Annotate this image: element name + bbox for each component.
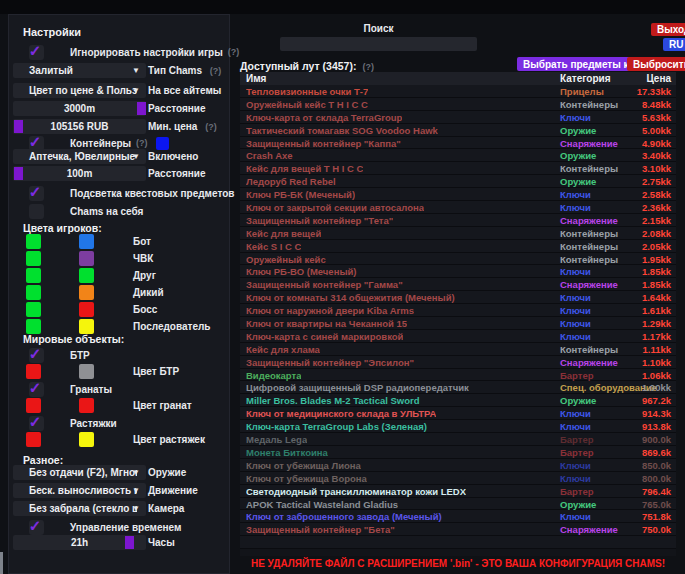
color-swatch[interactable] <box>79 285 94 300</box>
chams-type-dropdown[interactable]: Залитый ▼ <box>13 63 146 78</box>
color-swatch[interactable] <box>79 364 94 379</box>
enabled-filter-dropdown[interactable]: Аптечка, Ювелирные и... ▼ <box>13 149 146 164</box>
slider-handle[interactable] <box>125 536 134 549</box>
table-row[interactable]: Защищенный контейнер "Каппа" Снаряжение … <box>240 137 676 150</box>
table-row[interactable]: Цифровой защищенный DSP радиопередатчик … <box>240 381 676 394</box>
table-row[interactable]: Видеокарта Бартер 1.06kk <box>240 369 676 382</box>
column-header-price[interactable]: Цена <box>646 73 671 84</box>
grenades-checkbox[interactable]: ✓ Гранаты <box>9 381 231 397</box>
exit-button[interactable]: Выход <box>651 23 685 36</box>
distance2-slider[interactable]: 100m <box>13 166 146 181</box>
table-row[interactable]: Защищенный контейнер "Тета" Снаряжение 2… <box>240 214 676 227</box>
color-swatch[interactable] <box>79 251 94 266</box>
table-row[interactable]: Ключ от наружной двери Kiba Arms Ключи 1… <box>240 304 676 317</box>
item-price: 1.64kk <box>642 292 671 303</box>
table-row[interactable]: Ключ РБ-ВО (Меченый) Ключи 1.85kk <box>240 265 676 278</box>
slider-handle[interactable] <box>14 167 23 180</box>
tripwires-checkbox[interactable]: ✓ Растяжки <box>9 415 231 431</box>
color-swatch[interactable] <box>79 234 94 249</box>
table-row[interactable]: Кейс S I C C Контейнеры 2.05kk <box>240 240 676 253</box>
language-button[interactable]: RU <box>663 38 685 51</box>
player-color-row: Друг <box>9 268 231 283</box>
item-price: 2.58kk <box>642 189 671 200</box>
checkbox[interactable]: ✓ <box>29 186 44 201</box>
hours-slider[interactable]: 21h <box>13 535 146 550</box>
quest-items-checkbox[interactable]: ✓ Подсветка квестовых предметов <box>9 185 231 201</box>
table-row[interactable]: Кейс для вещей Контейнеры 2.08kk <box>240 227 676 240</box>
table-row[interactable]: Ключ от убежища Лиона Ключи 850.0k <box>240 459 676 472</box>
distance-slider[interactable]: 3000m <box>13 101 146 116</box>
btr-checkbox[interactable]: ✓ БТР <box>9 347 231 363</box>
checkbox[interactable] <box>29 204 44 219</box>
table-row[interactable] <box>240 536 676 549</box>
table-row[interactable]: Монета Биткоина Бартер 869.6k <box>240 446 676 459</box>
table-row[interactable]: Оружейный кейс Контейнеры 1.95kk <box>240 253 676 266</box>
table-row[interactable]: Ключ от заброшенного завода (Меченый) Кл… <box>240 510 676 523</box>
slider-handle[interactable] <box>137 102 146 115</box>
camera-dropdown[interactable]: Без забрала (стекло шлема) ▼ <box>13 501 146 516</box>
item-name: Оружейный кейс T H I C C <box>246 99 368 110</box>
table-row[interactable]: Тактический томагавк SOG Voodoo Hawk Ору… <box>240 124 676 137</box>
table-row[interactable]: Ледоруб Red Rebel Оружие 2.75kk <box>240 175 676 188</box>
table-row[interactable]: Ключ от закрытой секции автосалона Ключи… <box>240 201 676 214</box>
min-price-slider[interactable]: 105156 RUB <box>13 119 146 134</box>
color-swatch[interactable] <box>26 319 41 334</box>
item-category: Ключи <box>560 189 591 200</box>
table-row[interactable]: Кейс для вещей T H I C C Контейнеры 3.10… <box>240 162 676 175</box>
table-row[interactable]: Ключ РБ-БК (Меченый) Ключи 2.58kk <box>240 188 676 201</box>
color-swatch[interactable] <box>26 285 41 300</box>
table-row[interactable]: Ключ-карта с синей маркировкой Ключи 1.1… <box>240 330 676 343</box>
table-row[interactable]: Ключ-карта TerraGroup Labs (Зеленая) Клю… <box>240 420 676 433</box>
color-swatch[interactable] <box>79 319 94 334</box>
all-items-dropdown[interactable]: Цвет по цене & Пользователь ▼ <box>13 83 146 98</box>
help-hint: (?) <box>362 62 374 72</box>
checkbox[interactable]: ✓ <box>29 520 44 535</box>
slider-handle[interactable] <box>14 120 23 133</box>
table-row[interactable]: Ключ от медицинского склада в УЛЬТРА Клю… <box>240 407 676 420</box>
column-header-category[interactable]: Категория <box>560 73 610 84</box>
color-swatch[interactable] <box>26 432 41 447</box>
checkbox[interactable]: ✓ <box>29 45 44 60</box>
color-swatch[interactable] <box>26 268 41 283</box>
search-input[interactable] <box>280 37 477 51</box>
table-row[interactable]: Защищенный контейнер "Эпсилон" Снаряжени… <box>240 356 676 369</box>
table-row[interactable]: APOK Tactical Wasteland Gladius Оружие 7… <box>240 498 676 511</box>
color-swatch[interactable] <box>26 234 41 249</box>
item-name: Тепловизионные очки Т-7 <box>246 86 368 97</box>
color-swatch[interactable] <box>26 364 41 379</box>
table-row[interactable]: Ключ от квартиры на Чеканной 15 Ключи 1.… <box>240 317 676 330</box>
color-swatch[interactable] <box>26 302 41 317</box>
sidebar-scrollbar[interactable] <box>0 552 3 574</box>
drop-all-button[interactable]: Выбросить все <box>627 57 685 71</box>
table-row[interactable]: Ключ-карта от склада TerraGroup Ключи 5.… <box>240 111 676 124</box>
color-swatch[interactable] <box>26 251 41 266</box>
color-swatch[interactable] <box>26 398 41 413</box>
color-swatch[interactable] <box>79 302 94 317</box>
table-row[interactable]: Тепловизионные очки Т-7 Прицелы 17.33kk <box>240 85 676 98</box>
table-row[interactable]: Ключ от убежища Ворона Ключи 800.0k <box>240 472 676 485</box>
checkbox[interactable]: ✓ <box>29 416 44 431</box>
color-swatch[interactable] <box>79 432 94 447</box>
ignore-game-settings-checkbox[interactable]: ✓ Игнорировать настройки игры (?) <box>9 44 231 60</box>
checkbox[interactable]: ✓ <box>29 348 44 363</box>
color-swatch[interactable] <box>79 398 94 413</box>
color-swatch[interactable] <box>79 268 94 283</box>
enabled-filter-row: Аптечка, Ювелирные и... ▼ Включено <box>9 149 231 165</box>
table-row[interactable]: Кейс для хлама Контейнеры 1.11kk <box>240 343 676 356</box>
table-row[interactable]: Защищенный контейнер "Бета" Снаряжение 7… <box>240 523 676 536</box>
color-swatch[interactable] <box>156 137 169 150</box>
table-row[interactable]: Медаль Lega Бартер 900.0k <box>240 433 676 446</box>
chams-self-checkbox[interactable]: Chams на себя <box>9 203 231 219</box>
table-row[interactable]: Miller Bros. Blades M-2 Tactical Sword О… <box>240 394 676 407</box>
weapon-dropdown[interactable]: Без отдачи (F2), Мгновенное п ▼ <box>13 465 146 480</box>
movement-dropdown[interactable]: Беск. выносливость и нет уста ▼ <box>13 483 146 498</box>
time-control-checkbox[interactable]: ✓ Управление временем <box>9 519 231 535</box>
table-row[interactable]: Ключ от комнаты 314 общежития (Меченый) … <box>240 291 676 304</box>
table-row[interactable]: Оружейный кейс T H I C C Контейнеры 8.48… <box>240 98 676 111</box>
item-category: Бартер <box>560 486 594 497</box>
checkbox[interactable]: ✓ <box>29 382 44 397</box>
table-row[interactable]: Светодиодный трансиллюминатор кожи LEDX … <box>240 485 676 498</box>
table-row[interactable]: Защищенный контейнер "Гамма" Снаряжение … <box>240 278 676 291</box>
table-row[interactable]: Crash Axe Оружие 3.40kk <box>240 149 676 162</box>
column-header-name[interactable]: Имя <box>246 73 266 84</box>
